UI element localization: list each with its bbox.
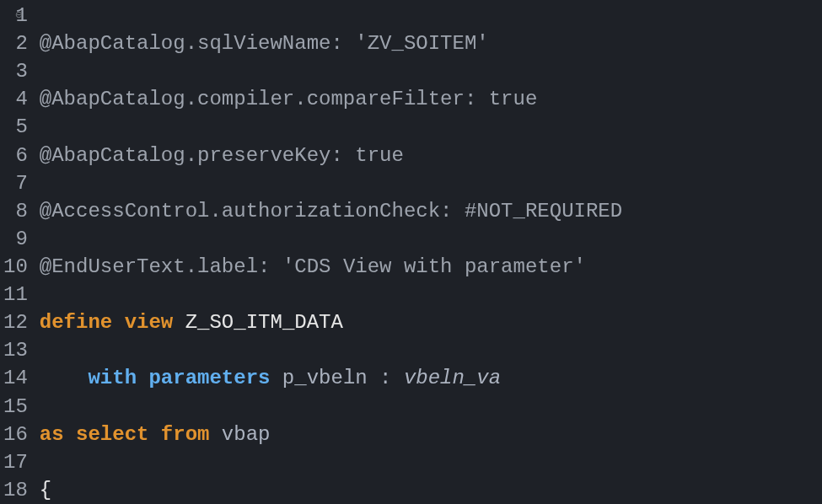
code-line: @AbapCatalog.sqlViewName: 'ZV_SOITEM' [40, 29, 622, 57]
code-area[interactable]: @AbapCatalog.sqlViewName: 'ZV_SOITEM' @A… [35, 0, 622, 504]
line-number: 2 [3, 29, 28, 57]
line-number: 12 [3, 308, 28, 336]
line-number: 14 [3, 364, 28, 392]
line-number: 16 [3, 421, 28, 448]
code-line: as select from vbap [40, 421, 622, 448]
table-name: vbap [209, 423, 270, 446]
code-line: { [40, 476, 622, 504]
line-number: 8 [3, 197, 28, 225]
brace: { [40, 479, 51, 501]
keyword: define [40, 311, 112, 334]
parameter-name: p_vbeln [270, 367, 379, 389]
code-editor: ⊖1 2 3 4 5 6 7 8 9 10 11 12 13 14 15 16 … [0, 0, 822, 504]
annotation: @AbapCatalog.compiler.compareFilter [40, 88, 465, 110]
keyword: with [88, 367, 137, 389]
view-name: Z_SO_ITM_DATA [185, 311, 343, 334]
keyword: parameters [148, 367, 270, 389]
code-line: define view Z_SO_ITM_DATA [40, 308, 622, 336]
keyword: select [76, 423, 148, 446]
code-line: @EndUserText.label: 'CDS View with param… [40, 253, 622, 281]
line-number: 13 [3, 336, 28, 364]
line-number: ⊖1 [3, 2, 28, 29]
line-number: 15 [3, 393, 28, 421]
line-number: 9 [3, 225, 28, 253]
line-number: 4 [3, 85, 28, 113]
code-line: with parameters p_vbeln : vbeln_va [40, 364, 622, 392]
boolean-literal: true [489, 88, 538, 110]
annotation: @EndUserText.label [40, 255, 258, 278]
code-line: @AbapCatalog.preserveKey: true [40, 142, 622, 169]
line-number: 11 [3, 281, 28, 308]
line-number: 3 [3, 57, 28, 85]
line-number: 10 [3, 253, 28, 281]
keyword: from [161, 423, 210, 446]
annotation: @AbapCatalog.sqlViewName [40, 32, 331, 55]
fold-marker-icon: ⊖ [13, 8, 22, 24]
keyword: as [40, 423, 64, 446]
line-number-gutter: ⊖1 2 3 4 5 6 7 8 9 10 11 12 13 14 15 16 … [0, 0, 35, 504]
boolean-literal: true [355, 144, 404, 167]
keyword: view [125, 311, 174, 334]
line-number: 17 [3, 448, 28, 476]
line-number: 6 [3, 142, 28, 169]
line-number: 5 [3, 113, 28, 141]
code-line: @AccessControl.authorizationCheck: #NOT_… [40, 197, 622, 225]
type-name: vbeln_va [404, 367, 501, 389]
line-number: 7 [3, 169, 28, 197]
code-line: @AbapCatalog.compiler.compareFilter: tru… [40, 85, 622, 113]
string-literal: 'ZV_SOITEM' [355, 32, 488, 55]
string-literal: 'CDS View with parameter' [282, 255, 586, 278]
annotation: @AbapCatalog.preserveKey [40, 144, 331, 167]
line-number: 18 [3, 476, 28, 504]
annotation: @AccessControl.authorizationCheck [40, 200, 440, 223]
enum-literal: #NOT_REQUIRED [465, 200, 622, 223]
